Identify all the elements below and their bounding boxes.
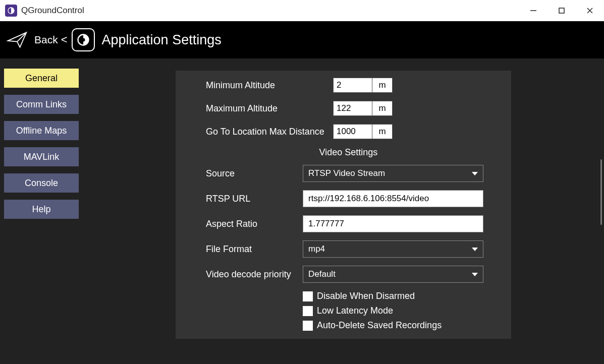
app-icon <box>5 5 17 17</box>
svg-rect-2 <box>559 8 564 13</box>
rtsp-url-input[interactable] <box>308 194 478 204</box>
window-minimize-button[interactable] <box>519 0 547 21</box>
sidebar-item-mavlink[interactable]: MAVLink <box>4 147 79 166</box>
goto-max-distance-label: Go To Location Max Distance <box>206 127 333 137</box>
topbar: Back < Application Settings <box>0 21 604 58</box>
window-titlebar: QGroundControl <box>0 0 604 21</box>
sidebar: General Comm Links Offline Maps MAVLink … <box>0 58 81 364</box>
low-latency-label: Low Latency Mode <box>317 306 393 316</box>
video-source-value: RTSP Video Stream <box>308 168 385 178</box>
chevron-down-icon <box>472 172 478 175</box>
sidebar-item-general[interactable]: General <box>4 69 79 88</box>
content-area: Minimum Altitude m Maximum Altitude m Go… <box>81 58 604 364</box>
window-title: QGroundControl <box>21 6 84 16</box>
page-title: Application Settings <box>102 32 222 48</box>
svg-point-6 <box>81 38 85 42</box>
auto-delete-recordings-checkbox[interactable] <box>303 321 313 331</box>
file-format-dropdown[interactable]: mp4 <box>303 240 483 258</box>
chevron-down-icon <box>472 273 478 276</box>
goto-max-distance-input[interactable] <box>333 124 372 139</box>
video-source-label: Source <box>206 168 303 179</box>
sidebar-item-help[interactable]: Help <box>4 200 79 219</box>
sidebar-item-offline-maps[interactable]: Offline Maps <box>4 121 79 140</box>
min-altitude-input[interactable] <box>333 78 372 93</box>
low-latency-checkbox[interactable] <box>303 306 313 316</box>
sidebar-item-comm-links[interactable]: Comm Links <box>4 95 79 114</box>
scrollbar-thumb[interactable] <box>600 159 602 225</box>
video-source-dropdown[interactable]: RTSP Video Stream <box>303 165 483 182</box>
decode-priority-value: Default <box>308 269 336 279</box>
rtsp-url-label: RTSP URL <box>206 194 303 204</box>
chevron-down-icon <box>472 248 478 251</box>
disable-when-disarmed-checkbox[interactable] <box>303 291 313 301</box>
file-format-label: File Format <box>206 244 303 255</box>
video-settings-header: Video Settings <box>206 147 491 158</box>
window-close-button[interactable] <box>576 0 604 21</box>
max-altitude-input[interactable] <box>333 101 372 116</box>
goto-max-distance-unit: m <box>372 124 393 139</box>
min-altitude-unit: m <box>372 78 393 93</box>
auto-delete-recordings-label: Auto-Delete Saved Recordings <box>317 320 442 331</box>
settings-panel: Minimum Altitude m Maximum Altitude m Go… <box>176 71 511 339</box>
back-button[interactable]: Back <box>34 34 58 46</box>
decode-priority-dropdown[interactable]: Default <box>303 266 483 283</box>
min-altitude-label: Minimum Altitude <box>206 80 333 91</box>
settings-icon[interactable] <box>72 28 95 51</box>
aspect-ratio-label: Aspect Ratio <box>206 219 303 229</box>
max-altitude-unit: m <box>372 101 393 116</box>
main-area: General Comm Links Offline Maps MAVLink … <box>0 58 604 364</box>
paper-plane-icon[interactable] <box>5 28 29 52</box>
disable-when-disarmed-label: Disable When Disarmed <box>317 291 415 301</box>
decode-priority-label: Video decode priority <box>206 269 303 280</box>
sidebar-item-console[interactable]: Console <box>4 173 79 193</box>
aspect-ratio-input[interactable] <box>308 219 478 229</box>
window-maximize-button[interactable] <box>547 0 576 21</box>
max-altitude-label: Maximum Altitude <box>206 103 333 114</box>
file-format-value: mp4 <box>308 244 325 254</box>
back-caret-icon: < <box>61 33 68 46</box>
